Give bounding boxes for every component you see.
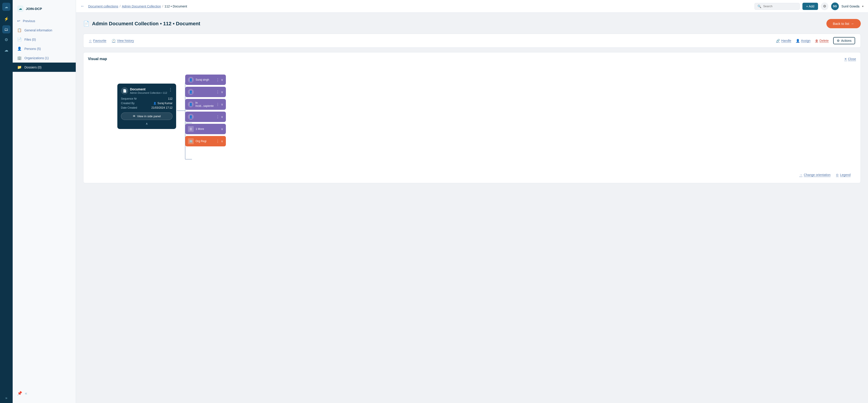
- panel-footer: → Change orientation ⊙ Legend: [88, 169, 856, 178]
- favourite-button[interactable]: ☆ Favourite: [89, 39, 106, 42]
- visual-map-title: Visual map: [88, 57, 107, 61]
- node-suraj-singh[interactable]: 👤 Suraj singh ⋮ ∨: [185, 74, 226, 85]
- breadcrumb-back-arrow[interactable]: ←: [81, 4, 85, 8]
- node-left-3: 👤 In Incid...sapiente: [188, 101, 216, 107]
- view-in-side-panel-button[interactable]: 👁 View in side panel: [121, 112, 173, 120]
- files-icon: 📄: [17, 37, 22, 41]
- more-node-avatar: ☰: [188, 126, 194, 132]
- add-button[interactable]: + Add: [802, 3, 818, 10]
- doc-card-title-block: Document Admin Document Collection • 112: [130, 88, 167, 94]
- change-orientation-button[interactable]: → Change orientation: [799, 173, 831, 177]
- sidebar-item-label-files: Files (0): [24, 38, 36, 41]
- doc-card-title: Document: [130, 88, 167, 91]
- node-chevron-4[interactable]: ∨: [221, 115, 223, 119]
- node-org-regi[interactable]: 🏢 Org Regi ⋮ ∨: [185, 136, 226, 146]
- sidebar-item-previous[interactable]: ↩ Previous: [13, 16, 76, 26]
- breadcrumb-part1[interactable]: Document collections: [88, 4, 118, 8]
- expand-sidebar-btn[interactable]: »: [3, 396, 9, 400]
- doc-card-header: 📄 Document Admin Document Collection • 1…: [121, 87, 173, 94]
- node-label-3: In Incid...sapiente: [195, 101, 216, 107]
- nav-icon-settings[interactable]: ⚙: [2, 36, 10, 44]
- user-menu-chevron[interactable]: ▾: [862, 5, 864, 8]
- nav-icon-upload[interactable]: ☁: [2, 46, 10, 54]
- sidebar-item-organizations[interactable]: 🏢 Organizations (1): [13, 53, 76, 63]
- node-person-2[interactable]: 👤 ⋮ ∨: [185, 87, 226, 97]
- content-area: 📄 Admin Document Collection • 112 • Docu…: [76, 13, 868, 403]
- node-menu-6[interactable]: ⋮: [216, 139, 220, 143]
- close-x-icon: ✕: [844, 57, 847, 61]
- node-chevron-6[interactable]: ∨: [221, 139, 223, 143]
- view-history-button[interactable]: 🕐 View history: [112, 39, 134, 42]
- more-node-left: ☰ 1 More: [188, 126, 204, 132]
- node-menu-2[interactable]: ⋮: [216, 90, 220, 94]
- legend-label: Legend: [840, 173, 850, 177]
- node-chevron-1[interactable]: ∨: [221, 78, 223, 81]
- legend-icon: ⊙: [836, 173, 839, 177]
- handle-icon: 🔗: [776, 39, 780, 42]
- document-card: 📄 Document Admin Document Collection • 1…: [117, 83, 176, 129]
- dossiers-icon: 📁: [17, 65, 22, 69]
- handle-button[interactable]: 🔗 Handle: [776, 39, 791, 42]
- actions-button[interactable]: ⚙ Actions: [833, 37, 855, 44]
- icon-bar-bottom: »: [3, 396, 9, 400]
- collapse-sidebar-icon[interactable]: «: [25, 391, 27, 396]
- sidebar-item-general-info[interactable]: 📋 General information: [13, 26, 76, 35]
- node-chevron-3[interactable]: ∨: [221, 103, 223, 106]
- search-input[interactable]: [763, 4, 797, 8]
- node-avatar-1: 👤: [188, 77, 194, 83]
- legend-button[interactable]: ⊙ Legend: [836, 173, 850, 177]
- doc-card-rows: Sequence Nr 112 Created By 👤 Suraj Kumar…: [121, 97, 173, 109]
- favourite-star-icon: ☆: [89, 39, 92, 42]
- action-bar: ☆ Favourite 🕐 View history 🔗 Handle 👤 As…: [83, 34, 861, 48]
- more-node-chevron[interactable]: ∨: [221, 127, 223, 131]
- close-visual-map-button[interactable]: ✕ Close: [844, 57, 856, 61]
- delete-button[interactable]: 🗑 Delete: [815, 39, 829, 42]
- nav-icon-dashboard[interactable]: ⚡: [2, 15, 10, 23]
- delete-label: Delete: [819, 39, 829, 42]
- node-menu-1[interactable]: ⋮: [216, 78, 220, 82]
- node-menu-3[interactable]: ⋮: [216, 102, 220, 107]
- close-label: Close: [848, 57, 856, 61]
- node-right-3: ⋮ ∨: [216, 102, 223, 107]
- search-box[interactable]: 🔍: [754, 3, 800, 10]
- doc-card-row-date: Date Created 21/03/2024 17:12: [121, 106, 173, 109]
- breadcrumb: Document collections / Admin Document Co…: [88, 4, 187, 8]
- sidebar-item-label-general: General information: [24, 29, 52, 32]
- topnav: ← Document collections / Admin Document …: [76, 0, 868, 13]
- brand-logo-icon: ☁: [17, 5, 24, 12]
- sidebar-item-files[interactable]: 📄 Files (0): [13, 35, 76, 44]
- node-person-4[interactable]: 👤 ⋮ ∨: [185, 111, 226, 122]
- date-created-val: 21/03/2024 17:12: [152, 106, 173, 109]
- logo-icon[interactable]: ☁: [2, 3, 10, 11]
- node-chevron-2[interactable]: ∨: [221, 90, 223, 94]
- doc-card-collapse-btn[interactable]: ∧: [121, 122, 173, 125]
- breadcrumb-part2[interactable]: Admin Document Collection: [122, 4, 161, 8]
- actions-icon: ⚙: [837, 39, 840, 42]
- topnav-right: 🔍 + Add ⚙ SG Sunil Gowda ▾: [754, 2, 864, 10]
- pin-icon[interactable]: 📌: [17, 391, 22, 396]
- breadcrumb-current: 112 • Document: [164, 4, 187, 8]
- node-right-1: ⋮ ∨: [216, 78, 223, 82]
- sidebar-item-label-orgs: Organizations (1): [24, 56, 49, 60]
- doc-card-menu-icon[interactable]: ⋮: [168, 87, 173, 92]
- sidebar-item-dossiers[interactable]: 📁 Dossiers (0): [13, 63, 76, 72]
- organizations-icon: 🏢: [17, 56, 22, 60]
- sidebar-item-persons[interactable]: 👤 Persons (5): [13, 44, 76, 53]
- node-avatar-4: 👤: [188, 114, 194, 120]
- node-label-1: Suraj singh: [195, 78, 209, 81]
- nav-icon-documents[interactable]: 🗂: [2, 25, 10, 33]
- date-created-label: Date Created: [121, 106, 137, 109]
- settings-icon[interactable]: ⚙: [821, 2, 829, 10]
- node-wrapper-3: 👤 In Incid...sapiente ⋮ ∨: [185, 99, 226, 110]
- node-group: 👤 Suraj singh ⋮ ∨: [185, 74, 226, 146]
- node-incid-sapiente[interactable]: 👤 In Incid...sapiente ⋮ ∨: [185, 99, 226, 110]
- sequence-val: 112: [168, 97, 173, 100]
- node-more[interactable]: ☰ 1 More ∨: [185, 124, 226, 134]
- node-right-2: ⋮ ∨: [216, 90, 223, 94]
- node-wrapper-1: 👤 Suraj singh ⋮ ∨: [185, 74, 226, 85]
- node-menu-4[interactable]: ⋮: [216, 115, 220, 119]
- assign-button[interactable]: 👤 Assign: [796, 39, 811, 42]
- created-by-val: 👤 Suraj Kumar: [153, 102, 173, 105]
- assign-icon: 👤: [796, 39, 800, 42]
- back-to-list-button[interactable]: Back to list ←: [827, 19, 861, 28]
